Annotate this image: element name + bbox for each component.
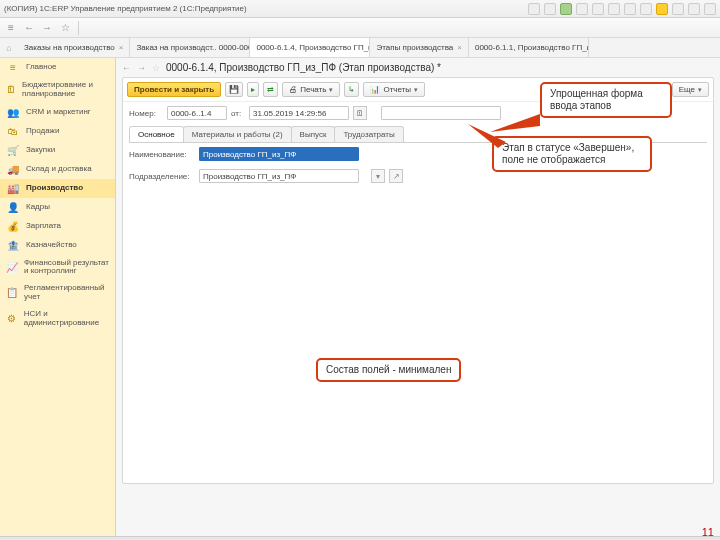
sidebar-item[interactable]: 👥CRM и маркетинг — [0, 103, 115, 122]
sidebar-item[interactable]: ⚙НСИ и администрирование — [0, 306, 115, 332]
titlebar-icon[interactable] — [544, 3, 556, 15]
inner-tab-output[interactable]: Выпуск — [291, 126, 336, 142]
post-and-close-button[interactable]: Провести и закрыть — [127, 82, 221, 97]
reports-button[interactable]: 📊 Отчеты ▾ — [363, 82, 425, 97]
date-field[interactable]: 31.05.2019 14:29:56 — [249, 106, 349, 120]
post-button[interactable]: ▸ — [247, 82, 259, 97]
svg-marker-1 — [468, 124, 506, 148]
home-tab[interactable]: ⌂ — [0, 38, 18, 57]
content-area: ← → ☆ 0000-6.1.4, Производство ГП_из_ПФ … — [116, 58, 720, 540]
sidebar-item[interactable]: 📋Регламентированный учет — [0, 280, 115, 306]
app-toolbar: ≡ ← → ☆ — [0, 18, 720, 38]
naimenovanie-field[interactable]: Производство ГП_из_ПФ — [199, 147, 359, 161]
inner-tab-main[interactable]: Основное — [129, 126, 184, 142]
window-title: (КОПИЯ) 1С:ERP Управление предприятием 2… — [4, 4, 247, 13]
titlebar-icon[interactable] — [528, 3, 540, 15]
sidebar-item-label: Финансовый результат и контроллинг — [24, 259, 109, 277]
sidebar-item[interactable]: 👤Кадры — [0, 198, 115, 217]
window-titlebar: (КОПИЯ) 1С:ERP Управление предприятием 2… — [0, 0, 720, 18]
tab-label: Материалы и работы (2) — [192, 130, 283, 139]
close-icon[interactable]: × — [457, 43, 462, 52]
status-strip — [0, 536, 720, 540]
star-icon[interactable]: ☆ — [58, 21, 72, 35]
sidebar-item[interactable]: 🗓Бюджетирование и планирование — [0, 77, 115, 103]
app-tab[interactable]: Заказ на производст.. 0000-000000× — [130, 38, 250, 57]
titlebar-icon[interactable] — [640, 3, 652, 15]
app-tab-label: Заказ на производст.. 0000-000000 — [136, 43, 250, 52]
app-tab-strip: ⌂ Заказы на производство× Заказ на произ… — [0, 38, 720, 58]
sidebar: ≡Главное 🗓Бюджетирование и планирование … — [0, 58, 116, 540]
breadcrumb: ← → ☆ 0000-6.1.4, Производство ГП_из_ПФ … — [116, 58, 720, 77]
factory-icon: 🏭 — [6, 183, 20, 194]
dropdown-icon[interactable]: ▾ — [371, 169, 385, 183]
status-field[interactable] — [381, 106, 501, 120]
titlebar-icon[interactable] — [576, 3, 588, 15]
callout-text: Упрощенная форма ввода этапов — [550, 88, 643, 111]
app-tab[interactable]: Этапы производства× — [370, 38, 469, 57]
field-value: Производство ГП_из_ПФ — [203, 150, 296, 159]
sidebar-item-label: Зарплата — [26, 222, 61, 231]
sidebar-item-label: Регламентированный учет — [24, 284, 109, 302]
print-button[interactable]: 🖨 Печать ▾ — [282, 82, 340, 97]
menu-icon[interactable]: ≡ — [4, 21, 18, 35]
chevron-down-icon: ▾ — [698, 86, 702, 94]
button-label: Отчеты — [383, 85, 411, 94]
close-icon[interactable]: × — [119, 43, 124, 52]
arrow-button[interactable]: ↳ — [344, 82, 359, 97]
toggle-button[interactable]: ⇄ — [263, 82, 278, 97]
save-button[interactable]: 💾 — [225, 82, 243, 97]
sidebar-item[interactable]: 🛒Закупки — [0, 141, 115, 160]
titlebar-icon[interactable] — [608, 3, 620, 15]
sidebar-item[interactable]: 🏭Производство — [0, 179, 115, 198]
app-tab-label: 0000-6.1.4, Производство ГП_из.. — [256, 43, 370, 52]
callout-minimal-fields: Состав полей - минимален — [316, 358, 461, 382]
titlebar-icon[interactable] — [624, 3, 636, 15]
sidebar-item[interactable]: 🛍Продажи — [0, 122, 115, 141]
sidebar-item-label: Производство — [26, 184, 83, 193]
sidebar-item-label: Закупки — [26, 146, 55, 155]
titlebar-icon[interactable] — [592, 3, 604, 15]
open-icon[interactable]: ↗ — [389, 169, 403, 183]
sidebar-item-label: Бюджетирование и планирование — [22, 81, 109, 99]
callout-text: Состав полей - минимален — [326, 364, 451, 375]
close-icon[interactable] — [704, 3, 716, 15]
panel-body: Наименование: Производство ГП_из_ПФ Подр… — [123, 143, 713, 483]
tab-label: Трудозатраты — [343, 130, 394, 139]
fwd-icon[interactable]: → — [137, 63, 146, 73]
back-icon[interactable]: ← — [122, 63, 131, 73]
sidebar-item[interactable]: 🚚Склад и доставка — [0, 160, 115, 179]
naim-label: Наименование: — [129, 150, 195, 159]
field-value: 0000-6..1.4 — [171, 109, 211, 118]
nav-back-icon[interactable]: ← — [22, 21, 36, 35]
m-icon[interactable] — [656, 3, 668, 15]
sidebar-item-label: НСИ и администрирование — [24, 310, 109, 328]
app-tab[interactable]: 0000-6.1.1, Производство ГП_и..× — [469, 38, 589, 57]
inner-tab-labor[interactable]: Трудозатраты — [334, 126, 403, 142]
maximize-icon[interactable] — [688, 3, 700, 15]
sidebar-item[interactable]: ≡Главное — [0, 58, 115, 77]
callout-text: Этап в статусе «Завершен», поле не отобр… — [502, 142, 634, 165]
nav-fwd-icon[interactable]: → — [40, 21, 54, 35]
more-button[interactable]: Еще ▾ — [672, 82, 709, 97]
sidebar-item-label: Главное — [26, 63, 57, 72]
tab-label: Основное — [138, 130, 175, 139]
titlebar-icon[interactable] — [560, 3, 572, 15]
star-icon[interactable]: ☆ — [152, 63, 160, 73]
sidebar-item[interactable]: 💰Зарплата — [0, 217, 115, 236]
person-icon: 👤 — [6, 202, 20, 213]
number-field[interactable]: 0000-6..1.4 — [167, 106, 227, 120]
podrazdelenie-field[interactable]: Производство ГП_из_ПФ — [199, 169, 359, 183]
sidebar-item[interactable]: 📈Финансовый результат и контроллинг — [0, 255, 115, 281]
minimize-icon[interactable] — [672, 3, 684, 15]
app-tab-label: Заказы на производство — [24, 43, 115, 52]
app-tab[interactable]: 0000-6.1.4, Производство ГП_из..× — [250, 38, 370, 57]
callout-status-hidden: Этап в статусе «Завершен», поле не отобр… — [492, 136, 652, 172]
sidebar-item[interactable]: 🏦Казначейство — [0, 236, 115, 255]
inner-tab-materials[interactable]: Материалы и работы (2) — [183, 126, 292, 142]
sales-icon: 🛍 — [6, 126, 20, 137]
money-icon: 💰 — [6, 221, 20, 232]
calendar-icon[interactable]: 🗓 — [353, 106, 367, 120]
tab-label: Выпуск — [300, 130, 327, 139]
callout-pointer — [468, 124, 506, 150]
app-tab[interactable]: Заказы на производство× — [18, 38, 130, 57]
